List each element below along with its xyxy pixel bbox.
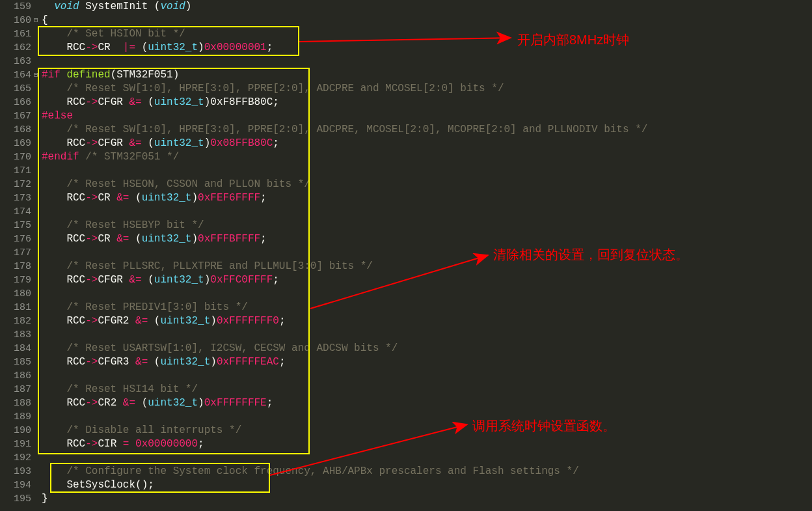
line-number: 163	[0, 55, 31, 68]
code-line[interactable]	[42, 55, 647, 68]
fold-toggle	[34, 478, 42, 492]
line-number: 173	[0, 191, 31, 205]
fold-toggle	[34, 96, 42, 109]
fold-toggle	[34, 301, 42, 314]
code-line[interactable]: /* Reset SW[1:0], HPRE[3:0], PPRE[2:0], …	[42, 82, 647, 96]
code-line[interactable]: }	[42, 492, 647, 506]
line-number: 172	[0, 178, 31, 191]
fold-toggle	[34, 355, 42, 369]
fold-toggle	[34, 396, 42, 410]
code-line[interactable]: SetSysClock();	[42, 478, 647, 492]
code-line[interactable]	[42, 287, 647, 301]
fold-toggle	[34, 232, 42, 246]
line-number: 191	[0, 437, 31, 451]
fold-toggle	[34, 27, 42, 41]
code-line[interactable]: /* Reset HSI14 bit */	[42, 383, 647, 396]
line-number: 160	[0, 14, 31, 27]
line-number: 166	[0, 96, 31, 109]
code-line[interactable]: RCC->CFGR &= (uint32_t)0x08FFB80C;	[42, 137, 647, 150]
fold-toggle	[34, 246, 42, 260]
code-line[interactable]: /* Reset USARTSW[1:0], I2CSW, CECSW and …	[42, 342, 647, 355]
line-number: 175	[0, 219, 31, 232]
fold-toggle	[34, 82, 42, 96]
code-line[interactable]: RCC->CR2 &= (uint32_t)0xFFFFFFFE;	[42, 396, 647, 410]
code-line[interactable]: #if defined(STM32F051)	[42, 68, 647, 82]
code-line[interactable]: /* Reset PREDIV1[3:0] bits */	[42, 301, 647, 314]
line-number-gutter: 1591601611621631641651661671681691701711…	[0, 0, 34, 506]
line-number: 179	[0, 273, 31, 287]
fold-toggle	[34, 55, 42, 68]
fold-toggle	[34, 437, 42, 451]
fold-toggle	[34, 465, 42, 478]
code-line[interactable]: /* Configure the System clock frequency,…	[42, 465, 647, 478]
line-number: 169	[0, 137, 31, 150]
line-number: 194	[0, 478, 31, 492]
fold-toggle	[34, 164, 42, 178]
fold-toggle	[34, 410, 42, 424]
fold-toggle	[34, 314, 42, 328]
code-line[interactable]: RCC->CFGR2 &= (uint32_t)0xFFFFFFF0;	[42, 314, 647, 328]
line-number: 159	[0, 0, 31, 14]
fold-toggle	[34, 328, 42, 342]
fold-toggle	[34, 178, 42, 191]
code-line[interactable]: RCC->CFGR &= (uint32_t)0xF8FFB80C;	[42, 96, 647, 109]
fold-toggle	[34, 273, 42, 287]
annotation-text: 清除相关的设置，回到复位状态。	[493, 246, 688, 264]
line-number: 167	[0, 109, 31, 123]
code-line[interactable]	[42, 369, 647, 383]
fold-toggle	[34, 451, 42, 465]
code-line[interactable]: RCC->CR &= (uint32_t)0xFFFBFFFF;	[42, 232, 647, 246]
annotation-text: 开启内部8MHz时钟	[517, 31, 629, 49]
line-number: 176	[0, 232, 31, 246]
line-number: 181	[0, 301, 31, 314]
code-line[interactable]	[42, 205, 647, 219]
fold-toggle	[34, 492, 42, 506]
line-number: 195	[0, 492, 31, 506]
line-number: 174	[0, 205, 31, 219]
fold-toggle	[34, 41, 42, 55]
code-line[interactable]: void SystemInit (void)	[42, 0, 647, 14]
line-number: 170	[0, 150, 31, 164]
code-line[interactable]	[42, 164, 647, 178]
fold-toggle[interactable]: ⊟	[34, 14, 42, 27]
code-line[interactable]: RCC->CFGR3 &= (uint32_t)0xFFFFFEAC;	[42, 355, 647, 369]
fold-toggle	[34, 424, 42, 437]
line-number: 180	[0, 287, 31, 301]
fold-toggle	[34, 260, 42, 273]
line-number: 187	[0, 383, 31, 396]
fold-toggle[interactable]: ⊟	[34, 68, 42, 82]
fold-toggle	[34, 369, 42, 383]
annotation-text: 调用系统时钟设置函数。	[472, 417, 616, 435]
line-number: 178	[0, 260, 31, 273]
fold-toggle	[34, 137, 42, 150]
line-number: 177	[0, 246, 31, 260]
fold-column: ⊟⊟	[34, 0, 42, 506]
fold-toggle	[34, 150, 42, 164]
code-line[interactable]: {	[42, 14, 647, 27]
line-number: 183	[0, 328, 31, 342]
code-line[interactable]: RCC->CR &= (uint32_t)0xFEF6FFFF;	[42, 191, 647, 205]
code-line[interactable]	[42, 451, 647, 465]
code-line[interactable]: /* Reset HSEON, CSSON and PLLON bits */	[42, 178, 647, 191]
fold-toggle	[34, 287, 42, 301]
fold-toggle	[34, 123, 42, 137]
line-number: 165	[0, 82, 31, 96]
line-number: 182	[0, 314, 31, 328]
code-line[interactable]: RCC->CFGR &= (uint32_t)0xFFC0FFFF;	[42, 273, 647, 287]
line-number: 168	[0, 123, 31, 137]
code-line[interactable]: #else	[42, 109, 647, 123]
fold-toggle	[34, 109, 42, 123]
line-number: 193	[0, 465, 31, 478]
line-number: 188	[0, 396, 31, 410]
fold-toggle	[34, 0, 42, 14]
code-line[interactable]: #endif /* STM32F051 */	[42, 150, 647, 164]
line-number: 162	[0, 41, 31, 55]
code-line[interactable]: RCC->CIR = 0x00000000;	[42, 437, 647, 451]
fold-toggle	[34, 219, 42, 232]
line-number: 161	[0, 27, 31, 41]
line-number: 184	[0, 342, 31, 355]
code-line[interactable]: /* Reset SW[1:0], HPRE[3:0], PPRE[2:0], …	[42, 123, 647, 137]
code-line[interactable]: /* Reset HSEBYP bit */	[42, 219, 647, 232]
line-number: 171	[0, 164, 31, 178]
code-line[interactable]	[42, 328, 647, 342]
